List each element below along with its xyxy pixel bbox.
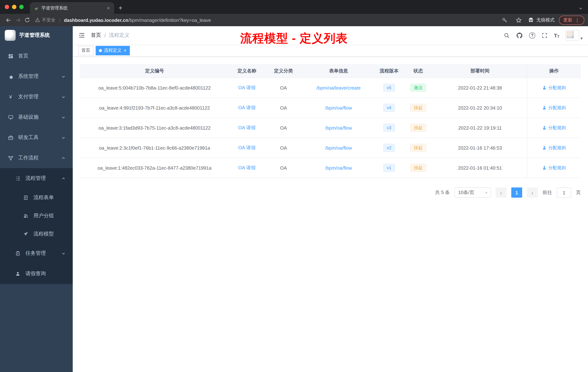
sidebar-item-label: 研发工具 (18, 134, 39, 141)
sidebar-item-home[interactable]: 首页 (0, 46, 73, 66)
gear-icon (7, 74, 14, 79)
browser-tab[interactable]: 芋道管理系统 × (30, 2, 114, 14)
sidebar-item-user-group[interactable]: 用户分组 (0, 207, 73, 225)
tab-search-icon[interactable] (578, 6, 583, 11)
browser-toolbar: 不安全 | dashboard.yudao.iocoder.cn/bpm/man… (0, 14, 588, 26)
fullscreen-icon[interactable] (541, 32, 548, 38)
font-size-icon[interactable]: TT (554, 32, 559, 38)
chevron-down-icon (62, 136, 65, 140)
zoom-window-button[interactable] (19, 5, 24, 9)
monitor-icon (7, 114, 14, 120)
chrome-update-button[interactable]: 更新 ⋮ (559, 15, 584, 25)
cell-definition-id: oa_leave:2:3c1f0ef1-76b1-11ec-9c66-a2380… (80, 138, 229, 158)
version-badge: v3 (383, 124, 395, 132)
sidebar-item-payment[interactable]: ¥ 支付管理 (0, 87, 73, 107)
assign-rule-label: 分配规则 (548, 125, 566, 131)
form-link[interactable]: /bpm/oa/leave/create (316, 85, 361, 90)
new-tab-button[interactable]: + (118, 5, 122, 11)
assign-rule-link[interactable]: 分配规则 (542, 105, 566, 111)
assign-rule-link[interactable]: 分配规则 (542, 165, 566, 171)
assign-rule-link[interactable]: 分配规则 (542, 85, 566, 91)
url-text[interactable]: dashboard.yudao.iocoder.cn/bpm/manager/d… (64, 17, 211, 23)
help-icon[interactable]: ? (529, 32, 535, 38)
hamburger-icon[interactable] (73, 26, 91, 44)
page-size-value: 10条/页 (458, 189, 474, 196)
address-bar[interactable]: 不安全 | dashboard.yudao.iocoder.cn/bpm/man… (35, 15, 494, 25)
minimize-window-button[interactable] (12, 5, 16, 9)
definition-name-link[interactable]: OA 请假 (238, 164, 255, 171)
home-icon (7, 53, 14, 59)
sidebar-item-task-management[interactable]: 任务管理 (0, 243, 73, 263)
tab-title: 芋道管理系统 (42, 5, 103, 11)
tag-close-icon[interactable]: × (124, 48, 126, 53)
bookmark-star-icon[interactable] (514, 15, 523, 25)
definition-name-link[interactable]: OA 请假 (238, 144, 255, 151)
col-actions: 操作 (527, 64, 581, 77)
form-link[interactable]: /bpm/oa/flow (325, 165, 352, 171)
traffic-lights (0, 0, 28, 14)
search-icon[interactable] (504, 32, 510, 38)
definition-name-link[interactable]: OA 请假 (238, 124, 255, 131)
sidebar-item-system[interactable]: 系统管理 (0, 66, 73, 87)
cell-definition-id: oa_leave:1:482ec033-762a-11ec-8477-a2380… (80, 158, 229, 178)
goto-page-input[interactable] (557, 187, 571, 198)
form-link[interactable]: /bpm/oa/flow (325, 125, 352, 131)
red-annotation: 流程模型 - 定义列表 (240, 31, 348, 47)
sidebar-item-process-management[interactable]: 流程管理 (0, 168, 73, 188)
caret-down-icon: ▾ (580, 36, 583, 41)
col-deploy-time: 部署时间 (433, 64, 527, 77)
close-window-button[interactable] (5, 5, 9, 9)
form-link[interactable]: /bpm/oa/flow (325, 105, 352, 110)
assign-rule-link[interactable]: 分配规则 (542, 125, 566, 131)
breadcrumb-home[interactable]: 首页 (91, 32, 101, 39)
update-label: 更新 (563, 17, 572, 23)
toolbar-right: 无痕模式 更新 ⋮ (500, 15, 584, 25)
tag-process-definition[interactable]: 流程定义 × (96, 46, 130, 55)
cell-category: OA (265, 138, 302, 158)
sidebar-item-process-form[interactable]: 流程表单 (0, 188, 73, 207)
sidebar-item-dev-tools[interactable]: 研发工具 (0, 127, 73, 148)
user-avatar[interactable]: ▾ (566, 30, 583, 41)
forward-icon[interactable] (13, 15, 22, 25)
browser-menu-icon[interactable]: ⋮ (575, 17, 580, 23)
sidebar-item-label: 流程管理 (25, 175, 46, 182)
col-form-info: 表单信息 (302, 64, 375, 77)
sidebar-item-label: 系统管理 (18, 73, 39, 80)
prev-page-button[interactable]: ‹ (496, 187, 506, 198)
tab-close-icon[interactable]: × (106, 5, 111, 11)
form-link[interactable]: /bpm/oa/flow (325, 145, 352, 151)
definition-table: 定义编号 定义名称 定义分类 表单信息 流程版本 状态 部署时间 操作 oa_l… (80, 64, 581, 178)
page-size-select[interactable]: 10条/页 ▾ (454, 187, 491, 198)
table-row: oa_leave:3:1fad3d93-7b75-11ec-a3c8-acde4… (80, 118, 581, 138)
sidebar-menu: 首页 系统管理 ¥ 支付管理 基础设施 (0, 44, 73, 372)
definition-name-link[interactable]: OA 请假 (238, 85, 255, 91)
security-label: 不安全 (42, 17, 55, 23)
version-badge: v2 (383, 144, 395, 152)
incognito-label: 无痕模式 (536, 17, 555, 23)
tag-home[interactable]: 首页 (78, 46, 94, 55)
col-category: 定义分类 (265, 64, 302, 77)
sidebar-item-process-model[interactable]: 流程模型 (0, 225, 73, 243)
definition-name-link[interactable]: OA 请假 (238, 104, 255, 111)
col-version: 流程版本 (375, 64, 403, 77)
sidebar-item-infrastructure[interactable]: 基础设施 (0, 107, 73, 127)
sidebar-item-leave-query[interactable]: 请假查询 (0, 263, 73, 284)
password-key-icon[interactable] (500, 15, 509, 25)
page-number-button[interactable]: 1 (511, 187, 522, 198)
url-separator: | (59, 17, 60, 23)
chevron-down-icon (62, 115, 65, 119)
assign-rule-link[interactable]: 分配规则 (542, 145, 566, 151)
reload-icon[interactable] (22, 15, 32, 25)
cell-deploy-time: 2022-01-16 01:40:51 (433, 158, 527, 178)
security-chip[interactable]: 不安全 (35, 17, 55, 23)
next-page-button[interactable]: › (527, 187, 538, 198)
back-icon[interactable] (4, 15, 13, 25)
github-icon[interactable] (516, 32, 523, 39)
tag-label: 流程定义 (104, 47, 121, 54)
list-tree-icon (15, 176, 21, 181)
tab-strip: 芋道管理系统 × + (0, 0, 588, 14)
sidebar-item-label: 流程表单 (33, 194, 54, 201)
sidebar-item-workflow[interactable]: 工作流程 (0, 148, 73, 168)
assign-rule-label: 分配规则 (548, 145, 566, 151)
chevron-up-icon (62, 176, 65, 180)
